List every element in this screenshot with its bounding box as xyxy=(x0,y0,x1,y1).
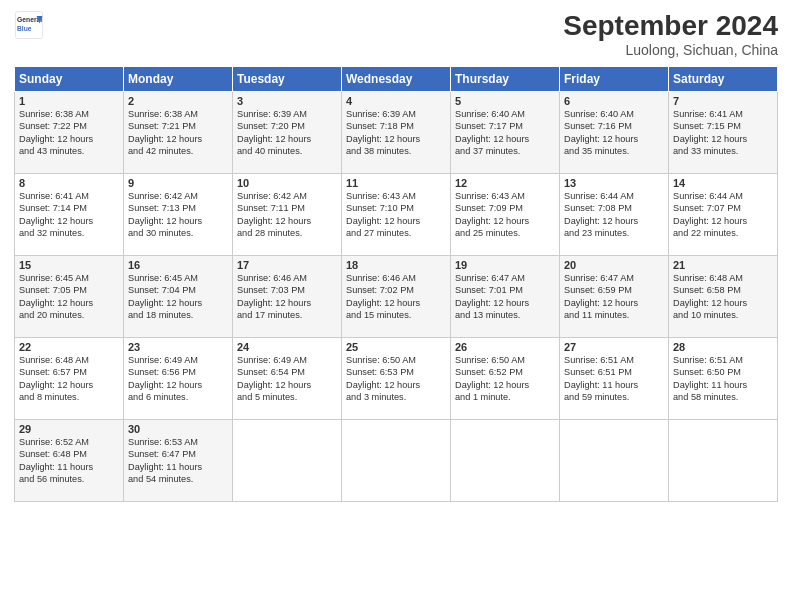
calendar-cell: 6Sunrise: 6:40 AMSunset: 7:16 PMDaylight… xyxy=(560,92,669,174)
cell-info: Sunrise: 6:46 AMSunset: 7:03 PMDaylight:… xyxy=(237,272,337,322)
calendar-cell: 17Sunrise: 6:46 AMSunset: 7:03 PMDayligh… xyxy=(233,256,342,338)
cell-info: Sunrise: 6:38 AMSunset: 7:22 PMDaylight:… xyxy=(19,108,119,158)
calendar-cell: 7Sunrise: 6:41 AMSunset: 7:15 PMDaylight… xyxy=(669,92,778,174)
calendar-cell xyxy=(560,420,669,502)
cell-info: Sunrise: 6:45 AMSunset: 7:05 PMDaylight:… xyxy=(19,272,119,322)
calendar-week-5: 29Sunrise: 6:52 AMSunset: 6:48 PMDayligh… xyxy=(15,420,778,502)
calendar-cell: 13Sunrise: 6:44 AMSunset: 7:08 PMDayligh… xyxy=(560,174,669,256)
calendar-cell: 20Sunrise: 6:47 AMSunset: 6:59 PMDayligh… xyxy=(560,256,669,338)
day-number: 21 xyxy=(673,259,773,271)
day-number: 11 xyxy=(346,177,446,189)
day-number: 15 xyxy=(19,259,119,271)
cell-info: Sunrise: 6:43 AMSunset: 7:10 PMDaylight:… xyxy=(346,190,446,240)
day-number: 4 xyxy=(346,95,446,107)
col-tuesday: Tuesday xyxy=(233,67,342,92)
calendar-cell: 26Sunrise: 6:50 AMSunset: 6:52 PMDayligh… xyxy=(451,338,560,420)
calendar-cell: 5Sunrise: 6:40 AMSunset: 7:17 PMDaylight… xyxy=(451,92,560,174)
cell-info: Sunrise: 6:39 AMSunset: 7:18 PMDaylight:… xyxy=(346,108,446,158)
day-number: 6 xyxy=(564,95,664,107)
col-monday: Monday xyxy=(124,67,233,92)
calendar-cell: 27Sunrise: 6:51 AMSunset: 6:51 PMDayligh… xyxy=(560,338,669,420)
day-number: 23 xyxy=(128,341,228,353)
cell-info: Sunrise: 6:48 AMSunset: 6:57 PMDaylight:… xyxy=(19,354,119,404)
calendar-cell: 11Sunrise: 6:43 AMSunset: 7:10 PMDayligh… xyxy=(342,174,451,256)
calendar-cell: 14Sunrise: 6:44 AMSunset: 7:07 PMDayligh… xyxy=(669,174,778,256)
col-friday: Friday xyxy=(560,67,669,92)
day-number: 28 xyxy=(673,341,773,353)
day-number: 22 xyxy=(19,341,119,353)
page-container: General Blue September 2024 Luolong, Sic… xyxy=(0,0,792,512)
day-number: 5 xyxy=(455,95,555,107)
day-number: 9 xyxy=(128,177,228,189)
calendar-cell xyxy=(669,420,778,502)
calendar-cell: 9Sunrise: 6:42 AMSunset: 7:13 PMDaylight… xyxy=(124,174,233,256)
calendar-body: 1Sunrise: 6:38 AMSunset: 7:22 PMDaylight… xyxy=(15,92,778,502)
day-number: 10 xyxy=(237,177,337,189)
cell-info: Sunrise: 6:50 AMSunset: 6:52 PMDaylight:… xyxy=(455,354,555,404)
calendar-cell: 23Sunrise: 6:49 AMSunset: 6:56 PMDayligh… xyxy=(124,338,233,420)
calendar-cell: 30Sunrise: 6:53 AMSunset: 6:47 PMDayligh… xyxy=(124,420,233,502)
calendar-cell: 2Sunrise: 6:38 AMSunset: 7:21 PMDaylight… xyxy=(124,92,233,174)
calendar-week-4: 22Sunrise: 6:48 AMSunset: 6:57 PMDayligh… xyxy=(15,338,778,420)
col-wednesday: Wednesday xyxy=(342,67,451,92)
cell-info: Sunrise: 6:49 AMSunset: 6:56 PMDaylight:… xyxy=(128,354,228,404)
cell-info: Sunrise: 6:42 AMSunset: 7:13 PMDaylight:… xyxy=(128,190,228,240)
cell-info: Sunrise: 6:41 AMSunset: 7:14 PMDaylight:… xyxy=(19,190,119,240)
day-number: 25 xyxy=(346,341,446,353)
cell-info: Sunrise: 6:52 AMSunset: 6:48 PMDaylight:… xyxy=(19,436,119,486)
day-number: 14 xyxy=(673,177,773,189)
calendar-week-2: 8Sunrise: 6:41 AMSunset: 7:14 PMDaylight… xyxy=(15,174,778,256)
cell-info: Sunrise: 6:40 AMSunset: 7:17 PMDaylight:… xyxy=(455,108,555,158)
page-header: General Blue September 2024 Luolong, Sic… xyxy=(14,10,778,58)
calendar-title: September 2024 xyxy=(563,10,778,42)
logo-icon: General Blue xyxy=(14,10,44,40)
calendar-cell xyxy=(342,420,451,502)
calendar-cell: 19Sunrise: 6:47 AMSunset: 7:01 PMDayligh… xyxy=(451,256,560,338)
cell-info: Sunrise: 6:49 AMSunset: 6:54 PMDaylight:… xyxy=(237,354,337,404)
calendar-week-3: 15Sunrise: 6:45 AMSunset: 7:05 PMDayligh… xyxy=(15,256,778,338)
cell-info: Sunrise: 6:47 AMSunset: 6:59 PMDaylight:… xyxy=(564,272,664,322)
calendar-cell: 1Sunrise: 6:38 AMSunset: 7:22 PMDaylight… xyxy=(15,92,124,174)
day-number: 1 xyxy=(19,95,119,107)
day-number: 19 xyxy=(455,259,555,271)
cell-info: Sunrise: 6:41 AMSunset: 7:15 PMDaylight:… xyxy=(673,108,773,158)
calendar-cell: 25Sunrise: 6:50 AMSunset: 6:53 PMDayligh… xyxy=(342,338,451,420)
day-number: 2 xyxy=(128,95,228,107)
cell-info: Sunrise: 6:40 AMSunset: 7:16 PMDaylight:… xyxy=(564,108,664,158)
cell-info: Sunrise: 6:48 AMSunset: 6:58 PMDaylight:… xyxy=(673,272,773,322)
day-number: 27 xyxy=(564,341,664,353)
calendar-week-1: 1Sunrise: 6:38 AMSunset: 7:22 PMDaylight… xyxy=(15,92,778,174)
calendar-subtitle: Luolong, Sichuan, China xyxy=(563,42,778,58)
cell-info: Sunrise: 6:53 AMSunset: 6:47 PMDaylight:… xyxy=(128,436,228,486)
calendar-cell: 18Sunrise: 6:46 AMSunset: 7:02 PMDayligh… xyxy=(342,256,451,338)
day-number: 29 xyxy=(19,423,119,435)
day-number: 30 xyxy=(128,423,228,435)
calendar-cell xyxy=(233,420,342,502)
cell-info: Sunrise: 6:45 AMSunset: 7:04 PMDaylight:… xyxy=(128,272,228,322)
day-number: 18 xyxy=(346,259,446,271)
cell-info: Sunrise: 6:47 AMSunset: 7:01 PMDaylight:… xyxy=(455,272,555,322)
day-number: 3 xyxy=(237,95,337,107)
svg-text:Blue: Blue xyxy=(17,25,32,32)
col-sunday: Sunday xyxy=(15,67,124,92)
day-number: 24 xyxy=(237,341,337,353)
calendar-cell: 3Sunrise: 6:39 AMSunset: 7:20 PMDaylight… xyxy=(233,92,342,174)
calendar-cell: 12Sunrise: 6:43 AMSunset: 7:09 PMDayligh… xyxy=(451,174,560,256)
cell-info: Sunrise: 6:51 AMSunset: 6:51 PMDaylight:… xyxy=(564,354,664,404)
cell-info: Sunrise: 6:42 AMSunset: 7:11 PMDaylight:… xyxy=(237,190,337,240)
cell-info: Sunrise: 6:44 AMSunset: 7:07 PMDaylight:… xyxy=(673,190,773,240)
calendar-cell: 22Sunrise: 6:48 AMSunset: 6:57 PMDayligh… xyxy=(15,338,124,420)
cell-info: Sunrise: 6:44 AMSunset: 7:08 PMDaylight:… xyxy=(564,190,664,240)
cell-info: Sunrise: 6:50 AMSunset: 6:53 PMDaylight:… xyxy=(346,354,446,404)
calendar-cell: 29Sunrise: 6:52 AMSunset: 6:48 PMDayligh… xyxy=(15,420,124,502)
logo: General Blue xyxy=(14,10,44,40)
calendar-cell: 21Sunrise: 6:48 AMSunset: 6:58 PMDayligh… xyxy=(669,256,778,338)
day-number: 13 xyxy=(564,177,664,189)
day-number: 20 xyxy=(564,259,664,271)
cell-info: Sunrise: 6:51 AMSunset: 6:50 PMDaylight:… xyxy=(673,354,773,404)
title-block: September 2024 Luolong, Sichuan, China xyxy=(563,10,778,58)
calendar-cell: 28Sunrise: 6:51 AMSunset: 6:50 PMDayligh… xyxy=(669,338,778,420)
day-number: 26 xyxy=(455,341,555,353)
calendar-cell xyxy=(451,420,560,502)
col-thursday: Thursday xyxy=(451,67,560,92)
